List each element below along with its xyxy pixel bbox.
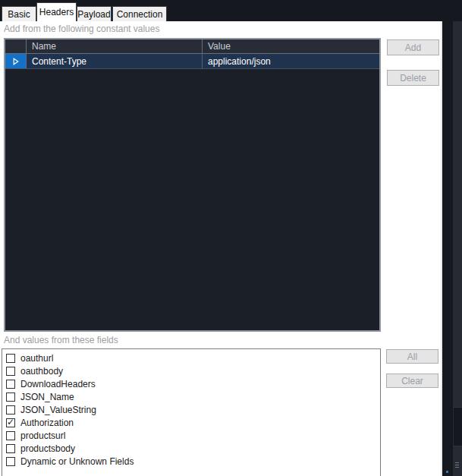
checkbox-icon[interactable]: ✓ [6,431,15,440]
grid-column-header-value[interactable]: Value [203,39,379,53]
tab-headers[interactable]: Headers [36,2,77,21]
edge-dot [446,471,448,473]
field-label: JSON_Name [20,392,74,402]
field-label: Dynamic or Unknown Fields [20,456,134,467]
field-label: oauthbody [20,366,63,377]
window-edge-panel [454,407,462,446]
delete-button[interactable]: Delete [387,70,439,86]
all-button[interactable]: All [386,349,438,364]
row-selector-cell[interactable] [5,54,27,68]
field-check-item[interactable]: ✓ Dynamic or Unknown Fields [2,455,380,468]
field-check-item[interactable]: ✓ productsurl [2,429,380,442]
grid-header-row: Name Value [5,39,379,54]
checkbox-icon[interactable]: ✓ [6,392,15,402]
field-label: productsurl [20,430,65,441]
grid-rows: Content-Type application/json [5,54,379,69]
window-edge-inner [442,0,453,476]
constants-grid[interactable]: Name Value Content-Type application/json [4,38,381,332]
grid-row-selector-header [5,39,27,53]
grip-line [455,465,459,465]
field-check-item[interactable]: ✓ oauthbody [2,364,380,377]
fields-section-label: And values from these fields [4,335,118,345]
checkbox-icon[interactable]: ✓ [6,457,15,466]
checkbox-icon[interactable]: ✓ [6,354,15,363]
grid-column-header-name[interactable]: Name [27,39,203,53]
tab-payload[interactable]: Payload [77,6,112,21]
checkbox-icon[interactable]: ✓ [6,444,15,453]
field-label: JSON_ValueString [20,405,96,415]
field-label: Authorization [20,418,74,428]
field-check-item[interactable]: ✓ JSON_ValueString [2,403,380,416]
field-check-item[interactable]: ✓ DownloadHeaders [2,377,380,390]
grid-data-row[interactable]: Content-Type application/json [5,54,379,69]
constants-section-label: Add from the following constant values [4,24,159,34]
checkbox-icon[interactable]: ✓ [6,418,15,427]
grip-line [455,462,459,463]
checkbox-icon[interactable]: ✓ [6,405,15,415]
field-check-item[interactable]: ✓ JSON_Name [2,390,380,403]
grip-line [455,467,459,468]
add-button[interactable]: Add [387,39,439,55]
cell-value[interactable]: application/json [203,54,379,68]
field-label: productsbody [20,443,75,454]
field-label: oauthurl [20,353,53,364]
cell-name[interactable]: Content-Type [27,54,203,68]
headers-dialog: Basic Headers Payload Connection Add fro… [0,0,462,476]
tab-strip: Basic Headers Payload Connection [0,0,462,21]
checkbox-icon[interactable]: ✓ [6,380,15,389]
field-check-item[interactable]: ✓ productsbody [2,442,380,455]
checkbox-icon[interactable]: ✓ [6,367,15,376]
field-check-item[interactable]: ✓ oauthurl [2,351,380,364]
tab-connection[interactable]: Connection [112,6,167,21]
tab-basic[interactable]: Basic [2,6,36,21]
checkmark-icon: ✓ [7,417,14,427]
field-label: DownloadHeaders [20,379,96,389]
fields-checklist[interactable]: ✓ oauthurl ✓ oauthbody ✓ DownloadHeaders… [2,348,381,476]
current-row-arrow-icon [13,58,19,65]
clear-button[interactable]: Clear [386,374,438,388]
field-check-item[interactable]: ✓ Authorization [2,416,380,429]
